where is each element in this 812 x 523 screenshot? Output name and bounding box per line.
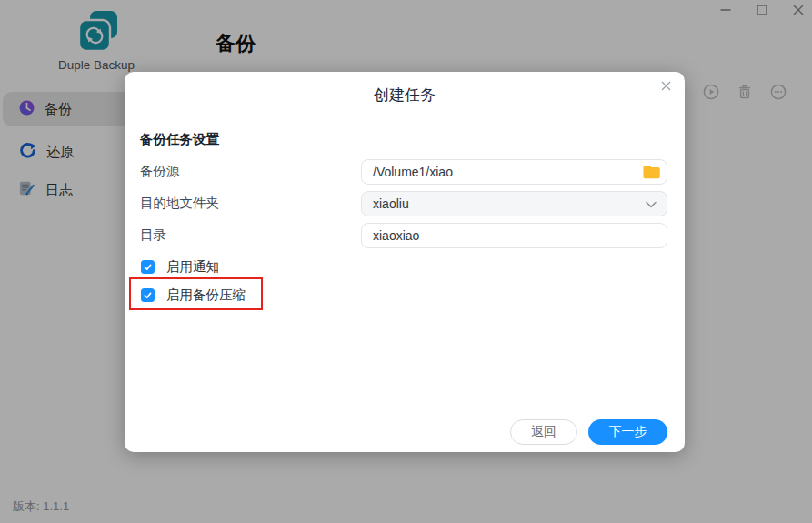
folder-picker-icon[interactable] [642,165,661,180]
selected-option: xiaoliu [373,196,409,211]
directory-input[interactable] [361,223,667,248]
backup-source-input[interactable] [361,159,667,185]
dialog-footer: 返回 下一步 [510,419,667,445]
backup-source-label: 备份源 [140,163,180,180]
create-task-dialog: 创建任务 备份任务设置 备份源 目的地文件夹 xiaoliu 目录 [125,72,685,452]
destination-folder-label: 目的地文件夹 [140,195,219,212]
destination-folder-select[interactable]: xiaoliu [361,191,667,216]
enable-notification-row: 启用通知 [141,258,219,276]
directory-label: 目录 [140,226,166,244]
enable-compression-row: 启用备份压缩 [141,287,246,304]
dialog-title: 创建任务 [125,85,685,106]
compression-checkbox-label: 启用备份压缩 [166,287,246,304]
section-heading: 备份任务设置 [140,131,219,148]
chevron-down-icon [646,196,657,211]
compression-checkbox[interactable] [141,288,155,302]
notification-checkbox[interactable] [141,260,155,274]
back-button[interactable]: 返回 [510,419,577,445]
notification-checkbox-label: 启用通知 [166,258,219,276]
next-button[interactable]: 下一步 [588,419,667,445]
